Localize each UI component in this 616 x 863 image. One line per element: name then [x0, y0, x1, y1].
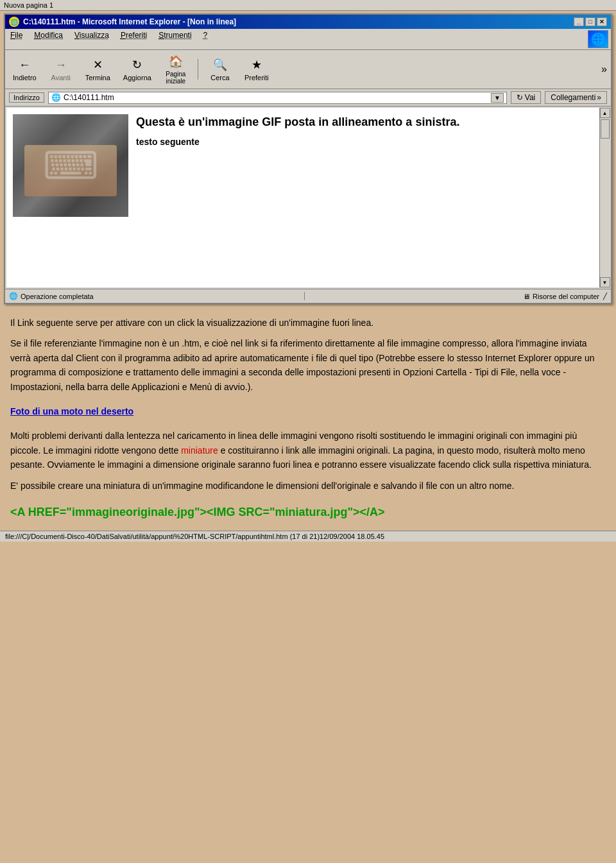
ie-icon: 🌐 [9, 17, 19, 27]
address-page-icon: 🌐 [51, 93, 61, 102]
keyboard-image [13, 114, 128, 217]
toolbar-more-button[interactable]: » [601, 64, 607, 75]
href-example: <A HREF="immagineoriginale.jpg"><IMG SRC… [10, 503, 606, 522]
address-input[interactable] [64, 93, 488, 102]
scroll-up-arrow[interactable]: ▲ [600, 108, 610, 118]
search-label: Cerca [210, 74, 229, 81]
favorites-label: Preferiti [244, 74, 269, 81]
menu-preferiti[interactable]: Preferiti [118, 30, 150, 48]
paragraph-4: E' possibile creare una miniatura di un'… [10, 479, 606, 493]
favorites-icon: ★ [249, 57, 264, 73]
toolbar-separator [198, 59, 198, 80]
refresh-button[interactable]: ↻ Aggiorna [119, 56, 155, 83]
status-text: Operazione completata [21, 293, 94, 300]
menu-visualizza[interactable]: Visualizza [72, 30, 112, 48]
refresh-label: Aggiorna [123, 74, 151, 81]
footer-bar: file:///C|/Documenti-Disco-40/DatiSalvat… [0, 531, 616, 542]
search-icon: 🔍 [212, 57, 228, 73]
moto-link[interactable]: Foto di una moto nel deserto [10, 404, 606, 418]
paragraph-3: Molti problemi derivanti dalla lentezza … [10, 429, 606, 472]
browser-window: 🌐 C:\140111.htm - Microsoft Internet Exp… [4, 13, 612, 304]
resize-grip-icon: ╱ [603, 293, 611, 300]
forward-icon: → [53, 57, 69, 73]
back-button[interactable]: ← Indietro [9, 56, 40, 83]
stop-button[interactable]: ✕ Termina [81, 56, 114, 83]
restore-button[interactable]: □ [585, 17, 595, 26]
menu-modifica[interactable]: Modifica [31, 30, 65, 48]
address-input-wrap: 🌐 ▼ [48, 92, 507, 104]
vai-button[interactable]: ↻ Vai [511, 91, 541, 104]
collegamenti-arrow-icon: » [597, 93, 601, 102]
menu-strumenti[interactable]: Strumenti [156, 30, 194, 48]
home-button[interactable]: 🏠 Paginainiziale [160, 53, 191, 86]
home-icon: 🏠 [168, 54, 184, 69]
title-bar-text: C:\140111.htm - Microsoft Internet Explo… [23, 17, 236, 26]
status-left: 🌐 Operazione completata [5, 292, 305, 300]
stop-label: Termina [85, 74, 110, 81]
favorites-button[interactable]: ★ Preferiti [241, 56, 273, 83]
scroll-down-arrow[interactable]: ▼ [600, 277, 610, 287]
miniature-word: miniature [181, 445, 218, 456]
refresh-icon: ↻ [130, 57, 145, 73]
forward-button[interactable]: → Avanti [46, 56, 76, 83]
status-computer-icon: 🖥 [523, 293, 530, 300]
toolbar: ← Indietro → Avanti ✕ Termina ↻ Aggiorna… [5, 50, 611, 89]
tab-title: Nuova pagina 1 [4, 1, 53, 9]
content-text: Questa è un'immagine GIF posta in alline… [136, 114, 603, 281]
scrollbar[interactable]: ▲ ▼ [599, 108, 610, 287]
paragraph-1: Il Link seguente serve per attivare con … [10, 316, 606, 330]
main-content: Il Link seguente serve per attivare con … [0, 307, 616, 531]
address-label: Indirizzo [9, 92, 44, 103]
status-icon: 🌐 [9, 292, 18, 300]
address-bar: Indirizzo 🌐 ▼ ↻ Vai Collegamenti » [5, 89, 611, 107]
paragraph-2: Se il file referenziante l'immagine non … [10, 336, 606, 394]
vai-label: Vai [525, 93, 535, 102]
scroll-thumb[interactable] [601, 119, 610, 139]
status-bar: 🌐 Operazione completata 🖥 Risorse del co… [5, 289, 611, 303]
menu-bar: File Modifica Visualizza Preferiti Strum… [5, 29, 611, 50]
title-bar-controls[interactable]: _ □ ✕ [574, 17, 607, 26]
content-heading: Questa è un'immagine GIF posta in alline… [136, 114, 590, 130]
menu-help[interactable]: ? [201, 30, 210, 48]
forward-label: Avanti [51, 74, 71, 81]
collegamenti-label: Collegamenti [551, 93, 595, 102]
ie-logo: 🌐 [588, 30, 608, 48]
search-button[interactable]: 🔍 Cerca [205, 56, 235, 83]
close-button[interactable]: ✕ [597, 17, 607, 26]
menu-file[interactable]: File [8, 30, 25, 48]
address-dropdown-button[interactable]: ▼ [491, 93, 504, 103]
back-label: Indietro [13, 74, 37, 81]
following-text: testo seguente [136, 137, 590, 147]
title-bar-left: 🌐 C:\140111.htm - Microsoft Internet Exp… [9, 17, 236, 27]
tab-bar: Nuova pagina 1 [0, 0, 616, 11]
status-computer-text: Risorse del computer [533, 293, 599, 300]
stop-icon: ✕ [90, 57, 105, 73]
footer-text: file:///C|/Documenti-Disco-40/DatiSalvat… [5, 533, 384, 540]
vai-arrow-icon: ↻ [517, 93, 523, 102]
home-label: Paginainiziale [166, 71, 185, 85]
content-area: Questa è un'immagine GIF posta in alline… [6, 108, 610, 287]
collegamenti-button[interactable]: Collegamenti » [545, 91, 607, 104]
minimize-button[interactable]: _ [574, 17, 584, 26]
status-right: 🖥 Risorse del computer [305, 293, 604, 300]
title-bar: 🌐 C:\140111.htm - Microsoft Internet Exp… [5, 15, 611, 29]
back-icon: ← [17, 57, 32, 73]
